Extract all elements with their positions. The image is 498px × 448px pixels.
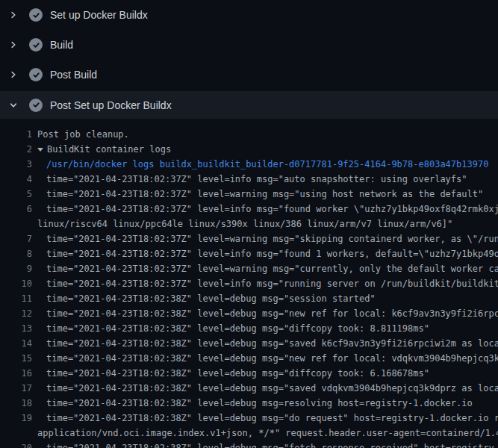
group-collapse-icon[interactable] xyxy=(37,148,43,152)
log-line-number[interactable]: 7 xyxy=(0,234,32,244)
log-line-number[interactable]: 18 xyxy=(0,398,32,408)
log-row: 20time="2021-04-23T18:02:38Z" level=debu… xyxy=(0,441,498,448)
log-row: 2BuildKit container logs xyxy=(0,142,498,157)
log-command-text: /usr/bin/docker logs buildx_buildkit_bui… xyxy=(32,159,488,169)
log-line-number[interactable]: 6 xyxy=(0,204,32,214)
log-row: 14time="2021-04-23T18:02:38Z" level=debu… xyxy=(0,336,498,351)
steps-list: Set up Docker BuildxBuildPost BuildPost … xyxy=(0,0,498,119)
log-line-text: time="2021-04-23T18:02:38Z" level=debug … xyxy=(32,383,498,393)
log-row: 18time="2021-04-23T18:02:38Z" level=debu… xyxy=(0,396,498,411)
log-line-text: time="2021-04-23T18:02:38Z" level=debug … xyxy=(32,443,498,448)
log-line-number[interactable]: 20 xyxy=(0,443,32,448)
log-line-text: application/vnd.oci.image.index.v1+json,… xyxy=(32,428,498,438)
log-line-text: time="2021-04-23T18:02:37Z" level=info m… xyxy=(32,204,498,214)
log-row: 6time="2021-04-23T18:02:37Z" level=info … xyxy=(0,202,498,217)
log-line-text: time="2021-04-23T18:02:38Z" level=debug … xyxy=(32,368,429,379)
log-line-number[interactable]: 10 xyxy=(0,279,32,289)
log-line-text: Post job cleanup. xyxy=(32,129,129,140)
log-line-number[interactable]: 19 xyxy=(0,413,32,423)
step-label: Set up Docker Buildx xyxy=(50,9,148,21)
log-line-text: linux/riscv64 linux/ppc64le linux/s390x … xyxy=(32,219,452,229)
log-line-number[interactable]: 11 xyxy=(0,293,32,304)
log-line-number[interactable]: 12 xyxy=(0,308,32,319)
log-row: linux/riscv64 linux/ppc64le linux/s390x … xyxy=(0,217,498,231)
step-label: Build xyxy=(50,39,73,51)
group-label[interactable]: BuildKit container logs xyxy=(47,144,171,155)
check-circle-icon xyxy=(29,8,43,22)
log-line-text: time="2021-04-23T18:02:37Z" level=warnin… xyxy=(32,234,498,244)
log-row: 12time="2021-04-23T18:02:38Z" level=debu… xyxy=(0,306,498,321)
log-line-number[interactable]: 2 xyxy=(0,144,32,155)
log-viewer: 1Post job cleanup.2BuildKit container lo… xyxy=(0,119,498,448)
log-row: 17time="2021-04-23T18:02:38Z" level=debu… xyxy=(0,381,498,396)
log-line-number[interactable]: 3 xyxy=(0,159,32,169)
check-circle-icon xyxy=(29,99,43,112)
log-row: 5time="2021-04-23T18:02:37Z" level=warni… xyxy=(0,187,498,202)
actions-log-panel: Set up Docker BuildxBuildPost BuildPost … xyxy=(0,0,498,448)
chevron-down-icon[interactable] xyxy=(9,101,18,110)
log-line-text: time="2021-04-23T18:02:37Z" level=info m… xyxy=(32,249,498,259)
step-label: Post Set up Docker Buildx xyxy=(50,99,172,111)
log-line-number[interactable]: 13 xyxy=(0,323,32,334)
log-row: 3/usr/bin/docker logs buildx_buildkit_bu… xyxy=(0,157,498,172)
log-line-number[interactable]: 17 xyxy=(0,383,32,393)
log-line-text: time="2021-04-23T18:02:38Z" level=debug … xyxy=(32,293,376,304)
log-line-number[interactable]: 1 xyxy=(0,129,32,140)
log-line-text: time="2021-04-23T18:02:38Z" level=debug … xyxy=(32,353,498,364)
log-line-number[interactable]: 14 xyxy=(0,338,32,349)
log-line-number[interactable]: 15 xyxy=(0,353,32,364)
log-row: 11time="2021-04-23T18:02:38Z" level=debu… xyxy=(0,291,498,306)
step-row-post-set-up-docker-buildx[interactable]: Post Set up Docker Buildx xyxy=(0,91,498,119)
log-line-text: time="2021-04-23T18:02:38Z" level=debug … xyxy=(32,323,429,334)
step-row-set-up-docker-buildx[interactable]: Set up Docker Buildx xyxy=(0,0,498,30)
log-row: 13time="2021-04-23T18:02:38Z" level=debu… xyxy=(0,321,498,336)
log-row: 19time="2021-04-23T18:02:38Z" level=debu… xyxy=(0,411,498,426)
log-line-number[interactable]: 4 xyxy=(0,174,32,184)
log-line-text: time="2021-04-23T18:02:38Z" level=debug … xyxy=(32,308,498,319)
check-circle-icon xyxy=(29,68,43,81)
log-row: 8time="2021-04-23T18:02:37Z" level=info … xyxy=(0,246,498,261)
log-row: 9time="2021-04-23T18:02:37Z" level=warni… xyxy=(0,261,498,276)
step-row-build[interactable]: Build xyxy=(0,30,498,60)
log-row: application/vnd.oci.image.index.v1+json,… xyxy=(0,426,498,441)
log-row: 7time="2021-04-23T18:02:37Z" level=warni… xyxy=(0,231,498,246)
log-row: 16time="2021-04-23T18:02:38Z" level=debu… xyxy=(0,366,498,381)
log-line-text: time="2021-04-23T18:02:37Z" level=warnin… xyxy=(32,264,498,274)
log-line-number[interactable]: 8 xyxy=(0,249,32,259)
log-line-number[interactable]: 9 xyxy=(0,264,32,274)
chevron-right-icon[interactable] xyxy=(9,40,18,49)
log-line-number[interactable]: 16 xyxy=(0,368,32,379)
log-row: 1Post job cleanup. xyxy=(0,127,498,142)
log-line-text: BuildKit container logs xyxy=(32,144,171,155)
log-line-number[interactable]: 5 xyxy=(0,189,32,199)
log-line-text: time="2021-04-23T18:02:37Z" level=warnin… xyxy=(32,189,483,199)
log-line-text: time="2021-04-23T18:02:38Z" level=debug … xyxy=(32,338,498,349)
check-circle-icon xyxy=(29,38,43,52)
step-row-post-build[interactable]: Post Build xyxy=(0,60,498,90)
log-line-text: time="2021-04-23T18:02:38Z" level=debug … xyxy=(32,398,473,408)
chevron-right-icon[interactable] xyxy=(9,10,18,19)
step-label: Post Build xyxy=(50,69,97,81)
chevron-right-icon[interactable] xyxy=(9,70,18,79)
log-line-text: time="2021-04-23T18:02:37Z" level=info m… xyxy=(32,279,498,289)
log-row: 10time="2021-04-23T18:02:37Z" level=info… xyxy=(0,276,498,291)
log-row: 4time="2021-04-23T18:02:37Z" level=info … xyxy=(0,172,498,187)
log-row: 15time="2021-04-23T18:02:38Z" level=debu… xyxy=(0,351,498,366)
log-line-text: time="2021-04-23T18:02:38Z" level=debug … xyxy=(32,413,498,423)
log-line-text: time="2021-04-23T18:02:37Z" level=info m… xyxy=(32,174,467,184)
